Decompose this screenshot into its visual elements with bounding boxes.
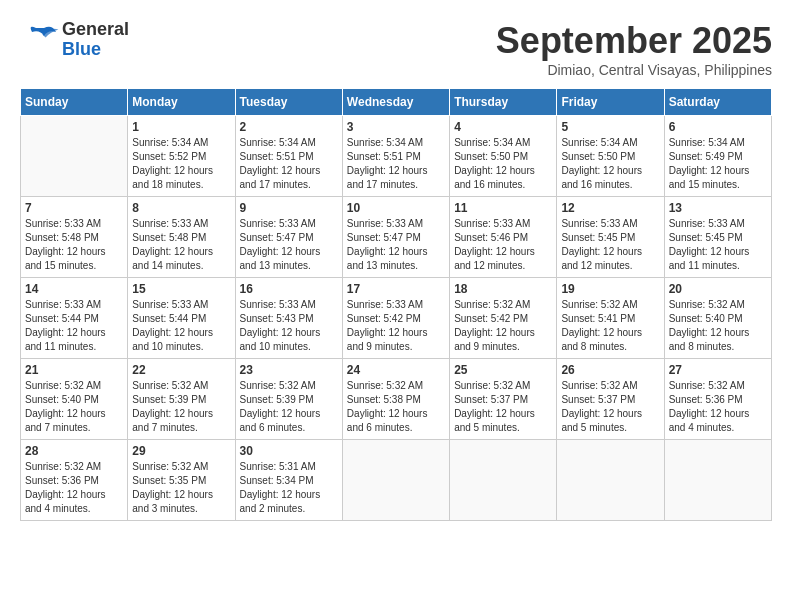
cell-info: Sunrise: 5:33 AMSunset: 5:48 PMDaylight:… — [25, 217, 123, 273]
day-number: 11 — [454, 201, 552, 215]
calendar-week-row: 28Sunrise: 5:32 AMSunset: 5:36 PMDayligh… — [21, 440, 772, 521]
location: Dimiao, Central Visayas, Philippines — [496, 62, 772, 78]
calendar-cell: 3Sunrise: 5:34 AMSunset: 5:51 PMDaylight… — [342, 116, 449, 197]
calendar-cell: 10Sunrise: 5:33 AMSunset: 5:47 PMDayligh… — [342, 197, 449, 278]
calendar-cell: 21Sunrise: 5:32 AMSunset: 5:40 PMDayligh… — [21, 359, 128, 440]
calendar-cell: 16Sunrise: 5:33 AMSunset: 5:43 PMDayligh… — [235, 278, 342, 359]
calendar-week-row: 21Sunrise: 5:32 AMSunset: 5:40 PMDayligh… — [21, 359, 772, 440]
calendar-cell: 26Sunrise: 5:32 AMSunset: 5:37 PMDayligh… — [557, 359, 664, 440]
logo-blue: Blue — [62, 40, 129, 60]
day-number: 30 — [240, 444, 338, 458]
cell-info: Sunrise: 5:33 AMSunset: 5:47 PMDaylight:… — [240, 217, 338, 273]
day-header-friday: Friday — [557, 89, 664, 116]
calendar-week-row: 1Sunrise: 5:34 AMSunset: 5:52 PMDaylight… — [21, 116, 772, 197]
day-header-monday: Monday — [128, 89, 235, 116]
calendar-cell — [21, 116, 128, 197]
cell-info: Sunrise: 5:34 AMSunset: 5:50 PMDaylight:… — [454, 136, 552, 192]
cell-info: Sunrise: 5:34 AMSunset: 5:52 PMDaylight:… — [132, 136, 230, 192]
calendar-cell: 22Sunrise: 5:32 AMSunset: 5:39 PMDayligh… — [128, 359, 235, 440]
day-number: 1 — [132, 120, 230, 134]
cell-info: Sunrise: 5:33 AMSunset: 5:47 PMDaylight:… — [347, 217, 445, 273]
calendar-cell — [664, 440, 771, 521]
calendar-cell: 7Sunrise: 5:33 AMSunset: 5:48 PMDaylight… — [21, 197, 128, 278]
calendar-cell: 6Sunrise: 5:34 AMSunset: 5:49 PMDaylight… — [664, 116, 771, 197]
cell-info: Sunrise: 5:34 AMSunset: 5:49 PMDaylight:… — [669, 136, 767, 192]
cell-info: Sunrise: 5:33 AMSunset: 5:45 PMDaylight:… — [669, 217, 767, 273]
calendar-cell: 25Sunrise: 5:32 AMSunset: 5:37 PMDayligh… — [450, 359, 557, 440]
cell-info: Sunrise: 5:32 AMSunset: 5:35 PMDaylight:… — [132, 460, 230, 516]
day-number: 12 — [561, 201, 659, 215]
calendar-cell: 2Sunrise: 5:34 AMSunset: 5:51 PMDaylight… — [235, 116, 342, 197]
calendar-cell: 29Sunrise: 5:32 AMSunset: 5:35 PMDayligh… — [128, 440, 235, 521]
logo: General Blue — [20, 20, 129, 60]
day-header-thursday: Thursday — [450, 89, 557, 116]
cell-info: Sunrise: 5:32 AMSunset: 5:40 PMDaylight:… — [669, 298, 767, 354]
cell-info: Sunrise: 5:33 AMSunset: 5:44 PMDaylight:… — [132, 298, 230, 354]
calendar-cell: 28Sunrise: 5:32 AMSunset: 5:36 PMDayligh… — [21, 440, 128, 521]
day-number: 3 — [347, 120, 445, 134]
cell-info: Sunrise: 5:33 AMSunset: 5:42 PMDaylight:… — [347, 298, 445, 354]
day-number: 19 — [561, 282, 659, 296]
day-number: 6 — [669, 120, 767, 134]
calendar-cell: 15Sunrise: 5:33 AMSunset: 5:44 PMDayligh… — [128, 278, 235, 359]
cell-info: Sunrise: 5:32 AMSunset: 5:37 PMDaylight:… — [454, 379, 552, 435]
day-number: 16 — [240, 282, 338, 296]
cell-info: Sunrise: 5:34 AMSunset: 5:50 PMDaylight:… — [561, 136, 659, 192]
cell-info: Sunrise: 5:32 AMSunset: 5:40 PMDaylight:… — [25, 379, 123, 435]
cell-info: Sunrise: 5:34 AMSunset: 5:51 PMDaylight:… — [240, 136, 338, 192]
cell-info: Sunrise: 5:33 AMSunset: 5:46 PMDaylight:… — [454, 217, 552, 273]
cell-info: Sunrise: 5:32 AMSunset: 5:37 PMDaylight:… — [561, 379, 659, 435]
cell-info: Sunrise: 5:33 AMSunset: 5:43 PMDaylight:… — [240, 298, 338, 354]
day-header-tuesday: Tuesday — [235, 89, 342, 116]
logo-text: General Blue — [62, 20, 129, 60]
calendar-cell: 8Sunrise: 5:33 AMSunset: 5:48 PMDaylight… — [128, 197, 235, 278]
day-number: 9 — [240, 201, 338, 215]
calendar-cell: 20Sunrise: 5:32 AMSunset: 5:40 PMDayligh… — [664, 278, 771, 359]
cell-info: Sunrise: 5:32 AMSunset: 5:36 PMDaylight:… — [25, 460, 123, 516]
calendar-cell: 14Sunrise: 5:33 AMSunset: 5:44 PMDayligh… — [21, 278, 128, 359]
calendar-cell: 18Sunrise: 5:32 AMSunset: 5:42 PMDayligh… — [450, 278, 557, 359]
calendar-cell: 4Sunrise: 5:34 AMSunset: 5:50 PMDaylight… — [450, 116, 557, 197]
day-number: 2 — [240, 120, 338, 134]
calendar-cell — [450, 440, 557, 521]
calendar-week-row: 7Sunrise: 5:33 AMSunset: 5:48 PMDaylight… — [21, 197, 772, 278]
day-number: 17 — [347, 282, 445, 296]
calendar-cell: 30Sunrise: 5:31 AMSunset: 5:34 PMDayligh… — [235, 440, 342, 521]
calendar-cell: 13Sunrise: 5:33 AMSunset: 5:45 PMDayligh… — [664, 197, 771, 278]
cell-info: Sunrise: 5:32 AMSunset: 5:36 PMDaylight:… — [669, 379, 767, 435]
day-number: 14 — [25, 282, 123, 296]
day-number: 21 — [25, 363, 123, 377]
calendar-cell — [342, 440, 449, 521]
day-header-sunday: Sunday — [21, 89, 128, 116]
day-number: 23 — [240, 363, 338, 377]
calendar-cell: 27Sunrise: 5:32 AMSunset: 5:36 PMDayligh… — [664, 359, 771, 440]
calendar-header-row: SundayMondayTuesdayWednesdayThursdayFrid… — [21, 89, 772, 116]
calendar-cell: 5Sunrise: 5:34 AMSunset: 5:50 PMDaylight… — [557, 116, 664, 197]
cell-info: Sunrise: 5:34 AMSunset: 5:51 PMDaylight:… — [347, 136, 445, 192]
day-number: 28 — [25, 444, 123, 458]
day-header-wednesday: Wednesday — [342, 89, 449, 116]
day-number: 29 — [132, 444, 230, 458]
day-number: 8 — [132, 201, 230, 215]
cell-info: Sunrise: 5:33 AMSunset: 5:45 PMDaylight:… — [561, 217, 659, 273]
calendar-cell: 23Sunrise: 5:32 AMSunset: 5:39 PMDayligh… — [235, 359, 342, 440]
cell-info: Sunrise: 5:33 AMSunset: 5:44 PMDaylight:… — [25, 298, 123, 354]
day-number: 13 — [669, 201, 767, 215]
calendar-week-row: 14Sunrise: 5:33 AMSunset: 5:44 PMDayligh… — [21, 278, 772, 359]
day-number: 4 — [454, 120, 552, 134]
day-number: 18 — [454, 282, 552, 296]
calendar-cell: 24Sunrise: 5:32 AMSunset: 5:38 PMDayligh… — [342, 359, 449, 440]
calendar-cell: 1Sunrise: 5:34 AMSunset: 5:52 PMDaylight… — [128, 116, 235, 197]
title-block: September 2025 Dimiao, Central Visayas, … — [496, 20, 772, 78]
cell-info: Sunrise: 5:32 AMSunset: 5:42 PMDaylight:… — [454, 298, 552, 354]
cell-info: Sunrise: 5:32 AMSunset: 5:39 PMDaylight:… — [240, 379, 338, 435]
cell-info: Sunrise: 5:32 AMSunset: 5:41 PMDaylight:… — [561, 298, 659, 354]
page-header: General Blue September 2025 Dimiao, Cent… — [20, 20, 772, 78]
cell-info: Sunrise: 5:32 AMSunset: 5:38 PMDaylight:… — [347, 379, 445, 435]
calendar-cell: 17Sunrise: 5:33 AMSunset: 5:42 PMDayligh… — [342, 278, 449, 359]
day-number: 25 — [454, 363, 552, 377]
day-number: 26 — [561, 363, 659, 377]
day-number: 10 — [347, 201, 445, 215]
calendar-cell: 12Sunrise: 5:33 AMSunset: 5:45 PMDayligh… — [557, 197, 664, 278]
calendar-cell — [557, 440, 664, 521]
